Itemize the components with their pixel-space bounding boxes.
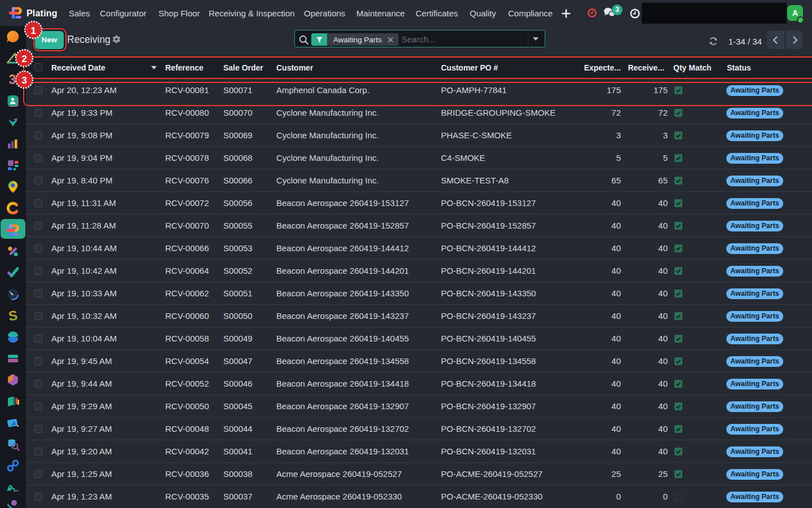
svg-text:S: S (7, 308, 19, 323)
svg-text:3: 3 (21, 75, 27, 85)
svg-text:2: 2 (21, 54, 27, 64)
svg-text:1: 1 (30, 25, 36, 36)
